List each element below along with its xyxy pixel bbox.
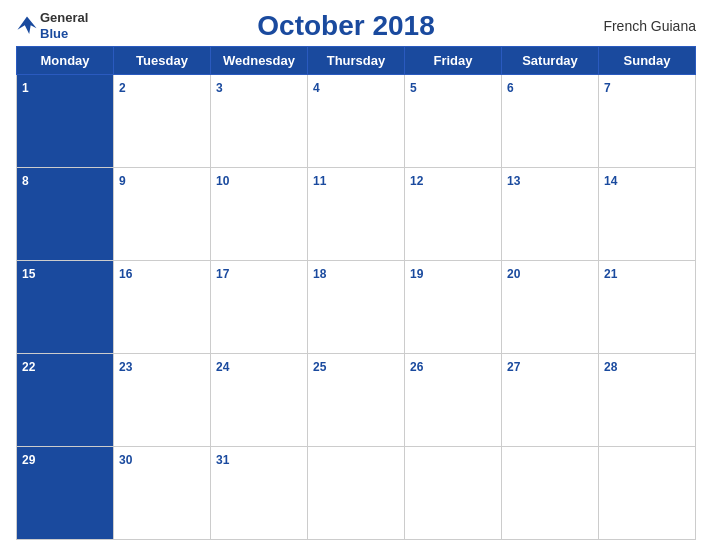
calendar-cell: 7 — [599, 75, 696, 168]
day-number: 31 — [216, 453, 229, 467]
calendar-week-row: 22232425262728 — [17, 354, 696, 447]
day-number: 12 — [410, 174, 423, 188]
day-number: 13 — [507, 174, 520, 188]
day-number: 21 — [604, 267, 617, 281]
calendar-cell: 15 — [17, 261, 114, 354]
calendar-cell — [599, 447, 696, 540]
day-number: 6 — [507, 81, 514, 95]
day-number: 29 — [22, 453, 35, 467]
calendar-week-row: 15161718192021 — [17, 261, 696, 354]
calendar-cell — [405, 447, 502, 540]
logo-bird-icon — [16, 15, 38, 37]
calendar-cell: 2 — [114, 75, 211, 168]
calendar-cell: 24 — [211, 354, 308, 447]
day-of-week-header: Thursday — [308, 47, 405, 75]
day-number: 22 — [22, 360, 35, 374]
day-number: 18 — [313, 267, 326, 281]
calendar-title-area: October 2018 — [257, 10, 434, 42]
day-number: 9 — [119, 174, 126, 188]
calendar-cell: 30 — [114, 447, 211, 540]
calendar-cell: 13 — [502, 168, 599, 261]
calendar-cell: 25 — [308, 354, 405, 447]
calendar-cell: 28 — [599, 354, 696, 447]
calendar-cell: 12 — [405, 168, 502, 261]
region-label: French Guiana — [586, 18, 696, 34]
day-number: 26 — [410, 360, 423, 374]
day-number: 23 — [119, 360, 132, 374]
calendar-cell: 27 — [502, 354, 599, 447]
day-number: 15 — [22, 267, 35, 281]
brand-blue: Blue — [40, 26, 88, 42]
brand-general: General — [40, 10, 88, 26]
day-number: 7 — [604, 81, 611, 95]
calendar-cell — [502, 447, 599, 540]
calendar-cell: 4 — [308, 75, 405, 168]
day-number: 19 — [410, 267, 423, 281]
day-of-week-header: Tuesday — [114, 47, 211, 75]
day-number: 4 — [313, 81, 320, 95]
calendar-week-row: 1234567 — [17, 75, 696, 168]
calendar-cell: 19 — [405, 261, 502, 354]
calendar-cell: 3 — [211, 75, 308, 168]
day-number: 10 — [216, 174, 229, 188]
calendar-cell: 11 — [308, 168, 405, 261]
day-number: 8 — [22, 174, 29, 188]
day-of-week-header: Saturday — [502, 47, 599, 75]
days-of-week-row: MondayTuesdayWednesdayThursdayFridaySatu… — [17, 47, 696, 75]
calendar-cell: 20 — [502, 261, 599, 354]
day-number: 20 — [507, 267, 520, 281]
calendar-week-row: 293031 — [17, 447, 696, 540]
calendar-cell: 5 — [405, 75, 502, 168]
calendar-cell: 22 — [17, 354, 114, 447]
day-number: 5 — [410, 81, 417, 95]
calendar-header: General Blue October 2018 French Guiana — [16, 10, 696, 42]
day-number: 30 — [119, 453, 132, 467]
calendar-cell: 21 — [599, 261, 696, 354]
day-number: 2 — [119, 81, 126, 95]
calendar-cell: 18 — [308, 261, 405, 354]
day-of-week-header: Wednesday — [211, 47, 308, 75]
day-of-week-header: Sunday — [599, 47, 696, 75]
calendar-cell: 8 — [17, 168, 114, 261]
calendar-cell: 29 — [17, 447, 114, 540]
calendar-cell: 1 — [17, 75, 114, 168]
calendar-cell: 17 — [211, 261, 308, 354]
day-number: 28 — [604, 360, 617, 374]
day-number: 14 — [604, 174, 617, 188]
calendar-cell: 10 — [211, 168, 308, 261]
day-number: 17 — [216, 267, 229, 281]
logo-area: General Blue — [16, 10, 106, 41]
calendar-cell: 23 — [114, 354, 211, 447]
day-number: 25 — [313, 360, 326, 374]
calendar-week-row: 891011121314 — [17, 168, 696, 261]
calendar-table: MondayTuesdayWednesdayThursdayFridaySatu… — [16, 46, 696, 540]
calendar-cell: 6 — [502, 75, 599, 168]
calendar-cell: 14 — [599, 168, 696, 261]
calendar-title: October 2018 — [257, 10, 434, 42]
calendar-cell: 16 — [114, 261, 211, 354]
day-number: 11 — [313, 174, 326, 188]
day-number: 3 — [216, 81, 223, 95]
calendar-cell: 9 — [114, 168, 211, 261]
day-number: 1 — [22, 81, 29, 95]
calendar-cell: 26 — [405, 354, 502, 447]
day-number: 24 — [216, 360, 229, 374]
day-of-week-header: Monday — [17, 47, 114, 75]
day-of-week-header: Friday — [405, 47, 502, 75]
calendar-cell: 31 — [211, 447, 308, 540]
calendar-header-row: MondayTuesdayWednesdayThursdayFridaySatu… — [17, 47, 696, 75]
calendar-body: 1234567891011121314151617181920212223242… — [17, 75, 696, 540]
day-number: 16 — [119, 267, 132, 281]
svg-marker-0 — [17, 16, 36, 34]
day-number: 27 — [507, 360, 520, 374]
calendar-cell — [308, 447, 405, 540]
